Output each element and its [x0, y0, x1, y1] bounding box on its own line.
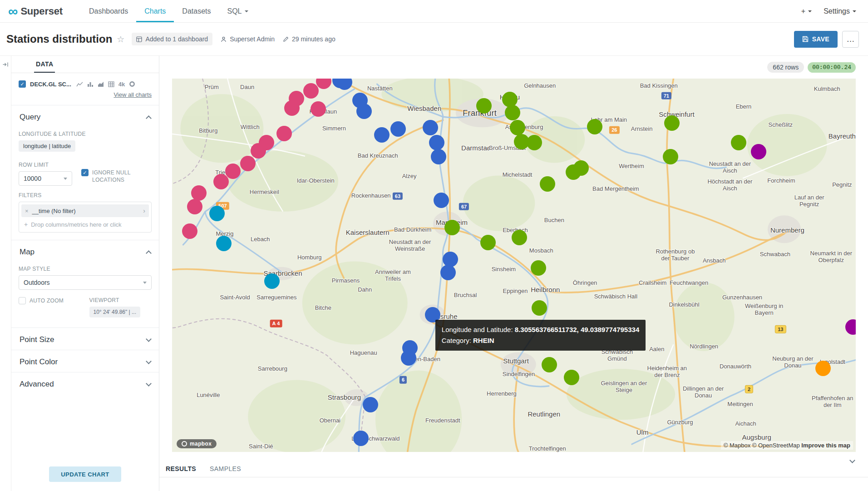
map-point-green[interactable]: [566, 164, 581, 180]
section-map-header[interactable]: Map: [19, 240, 152, 262]
map-point-green[interactable]: [476, 98, 492, 114]
map-point-pink[interactable]: [311, 101, 326, 117]
map-point-green[interactable]: [587, 119, 602, 134]
favorite-star-icon[interactable]: ☆: [117, 34, 124, 45]
map-point-pink[interactable]: [213, 174, 229, 189]
map-point-cyan[interactable]: [216, 236, 232, 251]
nav-charts[interactable]: Charts: [136, 0, 174, 22]
remove-filter-icon[interactable]: ×: [25, 208, 29, 214]
lonlat-column-pill[interactable]: longitude | latitude: [19, 140, 75, 152]
attribution-text[interactable]: © Mapbox © OpenStreetMap: [724, 442, 800, 449]
viewport-value[interactable]: 10° 24' 49.86" | ...: [89, 307, 141, 317]
section-point-size-header[interactable]: Point Size: [19, 328, 152, 350]
map-point-green[interactable]: [527, 135, 542, 150]
scatter-layer: [172, 79, 856, 452]
map-point-pink[interactable]: [191, 185, 207, 201]
owner-label[interactable]: Superset Admin: [221, 35, 275, 43]
time-filter-pill[interactable]: × __time (No filter) ›: [21, 204, 149, 217]
map-point-green[interactable]: [663, 149, 678, 164]
map-point-blue[interactable]: [353, 431, 369, 446]
improve-map-link[interactable]: Improve this map: [801, 442, 850, 449]
section-query-header[interactable]: Query: [19, 105, 152, 127]
map-point-pink[interactable]: [240, 156, 256, 171]
line-chart-icon[interactable]: [76, 81, 83, 87]
tab-results[interactable]: RESULTS: [166, 465, 196, 472]
map-point-pink[interactable]: [284, 100, 300, 116]
chevron-down-icon: [808, 10, 812, 12]
tab-data[interactable]: DATA: [34, 56, 55, 73]
expand-panel-icon[interactable]: [2, 61, 9, 69]
map-point-green[interactable]: [542, 357, 557, 372]
row-limit-select[interactable]: 10000: [19, 171, 72, 186]
map-point-blue[interactable]: [401, 350, 416, 366]
area-chart-icon[interactable]: [98, 81, 104, 87]
auto-zoom-checkbox[interactable]: [19, 297, 26, 304]
map-point-pink[interactable]: [276, 126, 292, 141]
map-point-cyan[interactable]: [209, 206, 225, 221]
map-point-green[interactable]: [731, 135, 746, 150]
tab-samples[interactable]: SAMPLES: [210, 465, 241, 472]
map-point-green[interactable]: [510, 120, 525, 135]
superset-logo[interactable]: ∞ Superset: [0, 0, 67, 22]
map-point-green[interactable]: [540, 176, 555, 192]
mapbox-wordmark: mapbox: [190, 441, 212, 447]
mapbox-logo[interactable]: mapbox: [177, 439, 217, 448]
map-point-blue[interactable]: [423, 120, 438, 135]
big-number-icon[interactable]: 4k: [118, 81, 125, 88]
dashboards-badge[interactable]: Added to 1 dashboard: [132, 33, 212, 45]
selected-viz-label[interactable]: DECK.GL SC...: [30, 81, 71, 88]
section-point-color-header[interactable]: Point Color: [19, 350, 152, 372]
nav-datasets[interactable]: Datasets: [174, 0, 219, 22]
tooltip-category-row: Category: RHEIN: [442, 335, 639, 346]
settings-menu[interactable]: Settings: [824, 7, 856, 15]
map-point-orange[interactable]: [815, 361, 831, 376]
map-point-blue[interactable]: [374, 127, 390, 143]
new-item-button[interactable]: +: [801, 7, 812, 15]
last-modified[interactable]: 29 minutes ago: [283, 35, 335, 43]
map-point-blue[interactable]: [440, 265, 456, 280]
brand-name: Superset: [20, 5, 63, 17]
map-point-green[interactable]: [532, 300, 547, 316]
map-point-blue[interactable]: [434, 193, 449, 208]
nav-dashboards[interactable]: Dashboards: [81, 0, 136, 22]
map-point-green[interactable]: [564, 370, 579, 385]
selected-viz-checkbox[interactable]: ✓: [19, 80, 26, 88]
map-point-purple[interactable]: [751, 144, 766, 159]
map-point-green[interactable]: [480, 235, 496, 250]
map-point-green[interactable]: [664, 115, 680, 131]
map-point-pink[interactable]: [182, 223, 197, 239]
save-button[interactable]: SAVE: [794, 31, 838, 48]
map-point-pink[interactable]: [303, 83, 319, 99]
collapse-results-icon[interactable]: [850, 457, 854, 466]
map-point-blue[interactable]: [363, 397, 378, 412]
superset-infinity-icon: ∞: [8, 5, 18, 18]
bar-chart-icon[interactable]: [87, 81, 94, 87]
pie-chart-icon[interactable]: [129, 81, 135, 87]
more-options-button[interactable]: …: [842, 31, 859, 48]
nav-sql[interactable]: SQL: [219, 0, 256, 22]
map-point-blue[interactable]: [431, 149, 446, 164]
map-point-pink[interactable]: [187, 199, 202, 214]
section-advanced-header[interactable]: Advanced: [19, 372, 152, 394]
map-style-select[interactable]: Outdoors: [19, 275, 152, 290]
map-point-blue[interactable]: [429, 135, 444, 150]
map-point-blue[interactable]: [390, 121, 406, 137]
filter-drop-zone[interactable]: + Drop columns/metrics here or click: [21, 217, 149, 230]
map-point-green[interactable]: [505, 105, 520, 120]
ignore-null-checkbox[interactable]: ✓: [81, 169, 89, 176]
update-chart-button[interactable]: UPDATE CHART: [49, 466, 121, 482]
view-all-charts-link[interactable]: View all charts: [113, 91, 152, 98]
map-point-pink[interactable]: [225, 164, 241, 179]
table-icon[interactable]: [108, 81, 114, 87]
map-point-purple[interactable]: [845, 319, 856, 335]
map-point-cyan[interactable]: [264, 273, 280, 289]
map-point-green[interactable]: [444, 220, 460, 235]
map-point-blue[interactable]: [356, 104, 372, 119]
map-canvas[interactable]: PrümDaunNastättenGelnhausenBad Kissingen…: [172, 79, 856, 452]
map-point-pink[interactable]: [316, 79, 331, 89]
map-style-value: Outdoors: [24, 279, 50, 286]
map-point-green[interactable]: [512, 230, 527, 245]
map-point-blue[interactable]: [337, 79, 352, 90]
map-point-pink[interactable]: [251, 143, 266, 159]
map-point-green[interactable]: [531, 260, 546, 276]
